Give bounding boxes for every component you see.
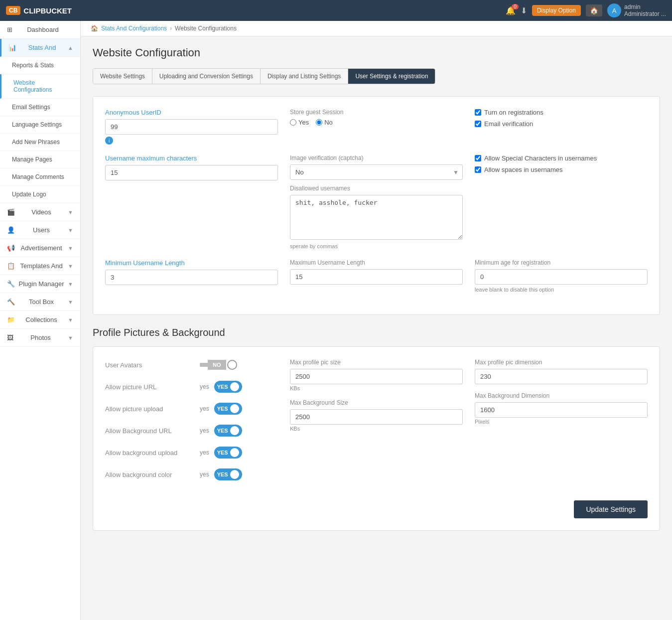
breadcrumb-parent-link[interactable]: Stats And Configurations <box>101 25 167 32</box>
sidebar-item-add-new-phrases[interactable]: Add New Phrases <box>0 134 80 151</box>
user-avatars-label: User Avatars <box>105 361 195 369</box>
store-guest-yes-label: Yes <box>298 119 309 126</box>
photos-icon: 🖼 <box>7 334 13 341</box>
sidebar-label-advertisement: Advertisement <box>21 244 62 252</box>
picture-url-toggle-label: YES <box>217 384 228 390</box>
plugin-chevron-icon: ▼ <box>68 281 73 287</box>
sidebar-item-users[interactable]: 👤 Users ▼ <box>0 221 80 239</box>
home-button[interactable]: 🏠 <box>586 4 602 16</box>
max-username-length-col: Maximum Username Length <box>290 259 463 285</box>
user-avatars-knob <box>227 360 237 370</box>
image-verification-label: Image verification (captcha) <box>290 155 463 161</box>
max-profile-pic-dimension-input[interactable] <box>475 369 648 384</box>
tabs-row: Website Settings Uploading and Conversio… <box>93 68 435 84</box>
logo-cb-box: CB <box>6 6 20 15</box>
picture-upload-toggle-label: YES <box>217 406 228 412</box>
username-max-input[interactable] <box>105 165 278 180</box>
top-navigation: CB CLIPBUCKET 🔔 0 ⬇ Display Option 🏠 A a… <box>0 0 672 21</box>
min-username-col: Minimum Username Length <box>105 259 278 285</box>
max-profile-pic-size-input[interactable] <box>290 369 463 384</box>
allow-picture-url-toggle[interactable]: YES <box>214 381 242 393</box>
allow-spaces-checkbox[interactable] <box>475 166 481 173</box>
form-row-2: Username maximum characters Image verifi… <box>105 155 648 249</box>
sidebar-item-videos[interactable]: 🎬 Videos ▼ <box>0 203 80 221</box>
sidebar-item-advertisement[interactable]: 📢 Advertisement ▼ <box>0 239 80 257</box>
email-verification-item: Email verification <box>475 120 648 128</box>
allow-special-chars-checkbox[interactable] <box>475 155 481 161</box>
info-icon[interactable]: i <box>105 137 113 145</box>
store-guest-col: Store guest Session Yes No <box>290 109 463 126</box>
tab-user-settings[interactable]: User Settings & registration <box>348 69 435 84</box>
turn-on-registrations-checkbox[interactable] <box>475 109 481 116</box>
sidebar-item-update-logo[interactable]: Update Logo <box>0 186 80 203</box>
bg-color-knob <box>230 470 239 479</box>
max-bg-size-label: Max Background Size <box>290 399 463 406</box>
max-username-length-input[interactable] <box>290 269 463 285</box>
allow-spaces-item: Allow spaces in usernames <box>475 166 648 173</box>
min-age-hint: leave blank to disable this option <box>475 287 648 293</box>
sidebar-item-tool-box[interactable]: 🔨 Tool Box ▼ <box>0 293 80 311</box>
sidebar-item-dashboard[interactable]: ⊞ Dashboard <box>0 21 80 39</box>
sidebar-label-templates: Templates And <box>20 262 62 270</box>
max-bg-dimension-input[interactable] <box>475 402 648 418</box>
sidebar-label-photos: Photos <box>30 334 50 341</box>
profile-cols: User Avatars NO Allow picture URL yes <box>105 359 648 490</box>
sidebar-item-manage-comments[interactable]: Manage Comments <box>0 168 80 186</box>
tab-display-listing[interactable]: Display and Listing Settings <box>261 69 348 84</box>
update-btn-row: Update Settings <box>105 500 648 518</box>
turn-on-registrations-item: Turn on registrations <box>475 109 648 116</box>
page-title: Website Configuration <box>93 46 660 59</box>
sidebar-item-email-settings[interactable]: Email Settings <box>0 99 80 116</box>
sidebar-item-photos[interactable]: 🖼 Photos ▼ <box>0 329 80 347</box>
videos-chevron-icon: ▼ <box>68 209 73 215</box>
sidebar-label-email-settings: Email Settings <box>12 104 50 111</box>
sidebar-item-website-configurations[interactable]: Website Configurations <box>0 74 80 99</box>
allow-picture-upload-label: Allow picture upload <box>105 405 195 413</box>
logo-name: CLIPBUCKET <box>23 6 72 15</box>
allow-picture-upload-toggle[interactable]: YES <box>214 403 242 415</box>
allow-picture-upload-row: Allow picture upload yes YES <box>105 403 278 415</box>
store-guest-yes-input[interactable] <box>290 119 296 126</box>
sidebar-item-plugin-manager[interactable]: 🔧 Plugin Manager ▼ <box>0 275 80 293</box>
sidebar-item-stats-and[interactable]: 📊 Stats And ▲ <box>0 39 80 57</box>
sidebar-item-language-settings[interactable]: Language Settings <box>0 116 80 134</box>
stats-icon: 📊 <box>8 44 16 51</box>
min-age-input[interactable] <box>475 269 648 285</box>
sidebar-item-templates-and[interactable]: 📋 Templates And ▼ <box>0 257 80 275</box>
image-verification-select[interactable]: No Yes <box>290 164 463 180</box>
sidebar-item-collections[interactable]: 📁 Collections ▼ <box>0 311 80 329</box>
notification-bell-button[interactable]: 🔔 0 <box>506 6 516 15</box>
allow-bg-url-toggle[interactable]: YES <box>214 425 242 437</box>
tab-uploading-conversion[interactable]: Uploading and Conversion Settings <box>152 69 261 84</box>
max-bg-size-input[interactable] <box>290 409 463 425</box>
sidebar-item-reports-stats[interactable]: Reports & Stats <box>0 57 80 74</box>
store-guest-no-input[interactable] <box>316 119 322 126</box>
user-avatars-toggle[interactable]: NO <box>200 359 238 371</box>
allow-bg-upload-toggle[interactable]: YES <box>214 447 242 459</box>
disallowed-usernames-label: Disallowed usernames <box>290 185 463 192</box>
tab-website-settings[interactable]: Website Settings <box>93 69 152 84</box>
store-guest-yes-radio[interactable]: Yes <box>290 119 309 126</box>
allow-bg-upload-label: Allow background upload <box>105 449 195 457</box>
allow-bg-upload-row: Allow background upload yes YES <box>105 447 278 459</box>
display-option-button[interactable]: Display Option <box>532 5 581 16</box>
registrations-col: Turn on registrations Email verification <box>475 109 648 132</box>
sidebar-item-manage-pages[interactable]: Manage Pages <box>0 151 80 168</box>
bg-upload-knob <box>230 448 239 457</box>
min-username-input[interactable] <box>105 270 278 285</box>
update-settings-button[interactable]: Update Settings <box>574 500 648 518</box>
allow-spaces-label: Allow spaces in usernames <box>484 166 563 173</box>
store-guest-no-radio[interactable]: No <box>316 119 333 126</box>
max-profile-pic-dimension-group: Max profile pic dimension <box>475 359 648 384</box>
email-verification-checkbox[interactable] <box>475 121 481 127</box>
anonymous-userid-input[interactable] <box>105 119 278 135</box>
disallowed-usernames-textarea[interactable]: shit, asshole, fucker <box>290 195 463 240</box>
admin-info: admin Administrator ... <box>624 3 666 17</box>
profile-toggles-col: User Avatars NO Allow picture URL yes <box>105 359 278 490</box>
anonymous-userid-label: Anonymous UserID <box>105 109 278 116</box>
sidebar-label-manage-pages: Manage Pages <box>12 156 52 163</box>
picture-upload-knob <box>230 404 239 413</box>
dashboard-icon: ⊞ <box>7 26 12 33</box>
allow-bg-color-toggle[interactable]: YES <box>214 468 242 480</box>
download-button[interactable]: ⬇ <box>521 6 527 15</box>
